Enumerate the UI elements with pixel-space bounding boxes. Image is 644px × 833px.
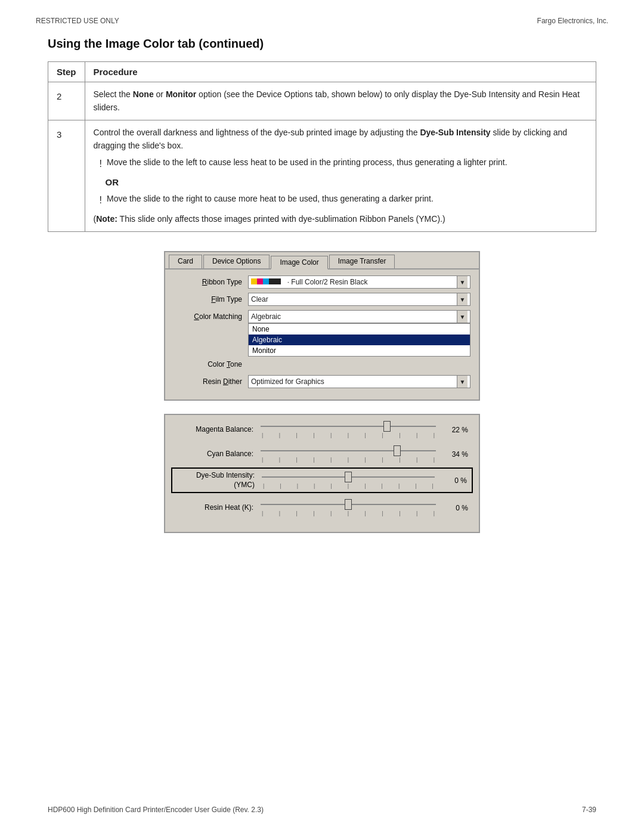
- color-matching-label: Color Matching: [174, 312, 242, 321]
- chip-black1: [269, 278, 275, 284]
- bullet-item-2: ! Move the slide to the right to cause m…: [100, 193, 587, 208]
- color-tone-label: Color Tone: [174, 360, 242, 368]
- bold-none: None: [133, 89, 154, 99]
- cyan-value: 34 %: [441, 450, 468, 459]
- resin-dither-row: Resin Dither Optimized for Graphics ▼: [174, 375, 470, 388]
- cyan-slider-line: [261, 450, 436, 451]
- footer-left: HDP600 High Definition Card Printer/Enco…: [48, 806, 264, 814]
- chip-cyan: [263, 278, 269, 284]
- resin-dither-value: Optimized for Graphics: [251, 377, 457, 386]
- cyan-balance-label: Cyan Balance:: [176, 450, 253, 459]
- cyan-ticks: |||||||||||: [261, 457, 436, 463]
- page-content: Using the Image Color tab (continued) St…: [0, 31, 644, 582]
- film-type-label: Film Type: [174, 295, 242, 304]
- table-row: 3 Control the overall darkness and light…: [48, 120, 596, 232]
- dyesub-slider-container: |||||||||||: [262, 472, 435, 489]
- header-right: Fargo Electronics, Inc.: [537, 17, 608, 25]
- dyesub-ticks: |||||||||||: [262, 483, 435, 489]
- bold-dyesub: Dye-Sub Intensity: [420, 128, 490, 137]
- col-procedure: Procedure: [85, 62, 596, 82]
- tab-image-color[interactable]: Image Color: [271, 256, 327, 270]
- magenta-balance-row: Magenta Balance: ||||||||||| 22 %: [176, 421, 468, 438]
- dyesub-slider-thumb[interactable]: [345, 472, 352, 482]
- cyan-slider-thumb[interactable]: [394, 445, 401, 456]
- resin-heat-slider-thumb[interactable]: [345, 499, 352, 510]
- magenta-ticks: |||||||||||: [261, 432, 436, 438]
- chip-black2: [275, 278, 281, 284]
- bullet-text-1: Move the slide to the left to cause less…: [107, 156, 507, 172]
- dyesub-slider-line: [262, 476, 435, 478]
- dropdown-none[interactable]: None: [249, 324, 470, 335]
- ribbon-type-value: · Full Color/2 Resin Black: [251, 278, 457, 286]
- tab-device-options[interactable]: Device Options: [203, 255, 270, 268]
- dropdown-algebraic[interactable]: Algebraic: [249, 335, 470, 345]
- step-content: Control the overall darkness and lightne…: [85, 120, 596, 232]
- magenta-slider-track[interactable]: [261, 421, 436, 432]
- ribbon-color-chips: [251, 278, 281, 284]
- color-tone-dropdown: None Algebraic Monitor: [248, 323, 470, 357]
- bold-monitor: Monitor: [166, 89, 196, 99]
- ribbon-type-label: Ribbon Type: [174, 278, 242, 286]
- tab-image-transfer[interactable]: Image Transfer: [329, 255, 395, 268]
- color-matching-row: Color Matching Algebraic ▼: [174, 310, 470, 323]
- film-type-row: Film Type Clear ▼: [174, 293, 470, 306]
- dialog-device-options: Card Device Options Image Color Image Tr…: [164, 251, 480, 401]
- color-tone-row: Color Tone ▼: [174, 358, 470, 371]
- dyesub-row: Dye-Sub Intensity:(YMC) ||||||||||| 0 %: [177, 471, 467, 490]
- resin-dither-arrow[interactable]: ▼: [457, 376, 467, 388]
- footer-right: 7-39: [582, 806, 596, 814]
- resin-heat-label: Resin Heat (K):: [176, 503, 253, 513]
- bullet-item-1: ! Move the slide to the left to cause le…: [100, 156, 587, 172]
- film-type-value: Clear: [251, 295, 457, 304]
- step-number: 3: [48, 120, 85, 232]
- film-type-select[interactable]: Clear ▼: [248, 293, 470, 306]
- magenta-slider-container: |||||||||||: [261, 421, 436, 438]
- bullet-mark: !: [100, 157, 102, 172]
- dialog-sliders: Magenta Balance: ||||||||||| 22 % Cyan B…: [164, 414, 480, 533]
- resin-heat-row: Resin Heat (K): ||||||||||| 0 %: [176, 499, 468, 516]
- page-header: RESTRICTED USE ONLY Fargo Electronics, I…: [0, 0, 644, 31]
- procedure-table: Step Procedure 2 Select the None or Moni…: [48, 61, 596, 232]
- resin-dither-label: Resin Dither: [174, 377, 242, 386]
- note-text: (Note: This slide only affects those ima…: [94, 213, 587, 226]
- resin-heat-ticks: |||||||||||: [261, 510, 436, 516]
- col-step: Step: [48, 62, 85, 82]
- cyan-balance-row: Cyan Balance: ||||||||||| 34 %: [176, 445, 468, 463]
- resin-heat-slider-track[interactable]: [261, 499, 436, 510]
- resin-heat-slider-container: |||||||||||: [261, 499, 436, 516]
- ribbon-type-arrow[interactable]: ▼: [457, 276, 467, 288]
- chip-yellow: [251, 278, 257, 284]
- dyesub-label: Dye-Sub Intensity:(YMC): [177, 471, 255, 490]
- tabs-row: Card Device Options Image Color Image Tr…: [165, 252, 479, 270]
- dropdown-monitor[interactable]: Monitor: [249, 345, 470, 356]
- step-content: Select the None or Monitor option (see t…: [85, 82, 596, 120]
- color-matching-value: Algebraic: [251, 312, 457, 321]
- sliders-body: Magenta Balance: ||||||||||| 22 % Cyan B…: [165, 415, 479, 532]
- page-footer: HDP600 High Definition Card Printer/Enco…: [48, 806, 596, 814]
- resin-dither-select[interactable]: Optimized for Graphics ▼: [248, 375, 470, 388]
- step-number: 2: [48, 82, 85, 120]
- bullet-mark-2: !: [100, 193, 102, 208]
- resin-heat-slider-line: [261, 504, 436, 505]
- ribbon-type-row: Ribbon Type · Full Color/2 Resin Black ▼: [174, 275, 470, 289]
- or-label: OR: [106, 175, 587, 189]
- film-type-arrow[interactable]: ▼: [457, 293, 467, 305]
- color-matching-select[interactable]: Algebraic ▼: [248, 310, 470, 323]
- magenta-slider-thumb[interactable]: [383, 421, 391, 432]
- section-title: Using the Image Color tab (continued): [48, 37, 596, 51]
- magenta-balance-label: Magenta Balance:: [176, 425, 253, 435]
- header-left: RESTRICTED USE ONLY: [36, 17, 119, 25]
- dyesub-value: 0 %: [439, 476, 467, 485]
- color-matching-arrow[interactable]: ▼: [457, 311, 467, 323]
- bullet-text-2: Move the slide to the right to cause mor…: [107, 193, 434, 208]
- magenta-value: 22 %: [441, 426, 468, 434]
- table-row: 2 Select the None or Monitor option (see…: [48, 82, 596, 120]
- ribbon-type-select[interactable]: · Full Color/2 Resin Black ▼: [248, 275, 470, 289]
- dyesub-slider-track[interactable]: [262, 472, 435, 482]
- resin-heat-value: 0 %: [441, 504, 468, 512]
- cyan-slider-track[interactable]: [261, 445, 436, 456]
- cyan-slider-container: |||||||||||: [261, 445, 436, 463]
- chip-magenta: [257, 278, 263, 284]
- dialog-body: Ribbon Type · Full Color/2 Resin Black ▼: [165, 270, 479, 400]
- tab-card[interactable]: Card: [169, 255, 202, 268]
